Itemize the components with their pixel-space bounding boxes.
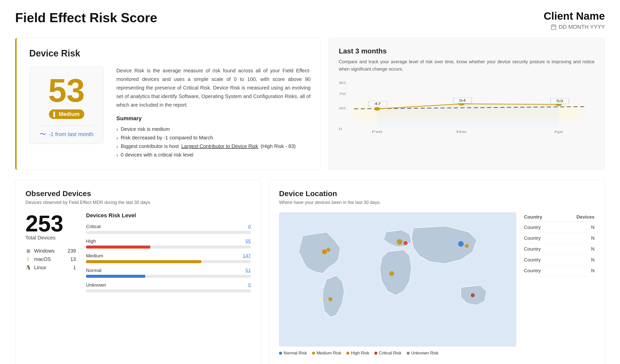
legend-item: Unknown Risk bbox=[407, 351, 439, 356]
risk-label: High bbox=[86, 238, 96, 244]
chart-title: Last 3 months bbox=[339, 47, 595, 55]
country-cell: Country bbox=[524, 255, 559, 265]
devices-cell: N bbox=[559, 244, 595, 255]
devices-cell: N bbox=[559, 255, 595, 265]
chart-subtitle: Compare and track your average level of … bbox=[339, 58, 595, 73]
legend-label: Medium Risk bbox=[317, 351, 341, 356]
legend-item: High Risk bbox=[346, 351, 369, 356]
high-risk-row: High 55 bbox=[86, 238, 251, 249]
risk-bar-track bbox=[86, 275, 251, 278]
svg-point-24 bbox=[404, 241, 408, 245]
device-location-card: Device Location Where have your devices … bbox=[269, 180, 605, 364]
badge-label: Medium bbox=[59, 111, 79, 117]
country-cell: Country bbox=[524, 244, 559, 255]
svg-point-30 bbox=[471, 293, 475, 297]
risk-bar-track bbox=[86, 289, 251, 292]
apple-icon:  bbox=[25, 257, 31, 262]
total-label: Total Devices bbox=[25, 235, 76, 241]
svg-point-29 bbox=[389, 271, 394, 276]
risk-label: Critical bbox=[86, 224, 101, 229]
calendar-icon bbox=[551, 24, 557, 30]
svg-point-26 bbox=[326, 248, 330, 252]
risk-bar-track bbox=[86, 260, 251, 263]
client-block: Client Name DD MONTH YYYY bbox=[544, 10, 605, 30]
table-row: Country N bbox=[524, 233, 595, 244]
list-item: Biggest contributor is host Largest Cont… bbox=[116, 142, 311, 151]
device-location-subtitle: Where have your devices been in the last… bbox=[279, 200, 595, 205]
os-name: macOS bbox=[34, 256, 67, 262]
svg-point-28 bbox=[465, 244, 469, 248]
high-bar-fill bbox=[86, 246, 150, 249]
os-count: 13 bbox=[70, 256, 76, 262]
device-risk-title: Device Risk bbox=[29, 48, 311, 59]
high-count: 55 bbox=[245, 238, 251, 244]
device-risk-body: 53 ▌ Medium 〜 -1 from last month Device … bbox=[29, 66, 311, 160]
page-title: Field Effect Risk Score bbox=[15, 10, 157, 25]
map-legend: Normal Risk Medium Risk High Risk Critic… bbox=[279, 351, 516, 356]
score-number: 53 bbox=[40, 74, 93, 107]
svg-point-27 bbox=[458, 241, 464, 247]
windows-icon: ⊞ bbox=[25, 248, 31, 254]
observed-body: 253 Total Devices ⊞ Windows 239  macOS … bbox=[25, 212, 251, 297]
score-box: 53 ▌ Medium 〜 -1 from last month bbox=[29, 66, 104, 144]
list-item: Risk decreased by -1 compared to March bbox=[116, 134, 311, 142]
country-cell: Country bbox=[524, 265, 559, 276]
unknown-risk-dot bbox=[407, 352, 410, 355]
risk-label: Medium bbox=[86, 253, 103, 259]
high-risk-dot bbox=[346, 352, 349, 355]
devices-cell: N bbox=[559, 222, 595, 233]
medium-risk-dot bbox=[312, 352, 315, 355]
country-table-body: Country N Country N Country N Country bbox=[524, 222, 595, 276]
os-count: 239 bbox=[68, 248, 76, 254]
risk-bar-track bbox=[86, 231, 251, 234]
legend-item: Critical Risk bbox=[374, 351, 402, 356]
location-body: Normal Risk Medium Risk High Risk Critic… bbox=[279, 212, 595, 356]
legend-item: Normal Risk bbox=[279, 351, 307, 356]
observed-devices-card: Observed Devices Devices observed by Fie… bbox=[15, 180, 261, 364]
critical-risk-row: Critical 0 bbox=[86, 224, 251, 234]
map-container: Normal Risk Medium Risk High Risk Critic… bbox=[279, 212, 516, 356]
svg-text:0: 0 bbox=[339, 127, 342, 131]
svg-text:Mar: Mar bbox=[456, 130, 467, 134]
world-map-svg bbox=[279, 212, 516, 347]
os-count: 1 bbox=[73, 265, 76, 270]
list-item: Device risk is medium bbox=[116, 125, 311, 134]
os-name: Linux bbox=[34, 265, 70, 270]
normal-risk-row: Normal 51 bbox=[86, 268, 251, 278]
description-text: Device Risk is the average measure of ri… bbox=[116, 66, 311, 109]
map-svg-wrapper bbox=[279, 212, 516, 348]
unknown-count: 0 bbox=[248, 282, 251, 288]
medium-count: 147 bbox=[243, 253, 251, 259]
trend-down-icon: 〜 bbox=[40, 130, 46, 139]
country-cell: Country bbox=[524, 222, 559, 233]
observed-devices-subtitle: Devices observed by Field Effect MDR dur… bbox=[25, 200, 251, 205]
medium-bar-fill bbox=[86, 260, 201, 263]
normal-count: 51 bbox=[245, 268, 251, 273]
medium-risk-row: Medium 147 bbox=[86, 253, 251, 263]
svg-rect-0 bbox=[551, 25, 556, 29]
client-date-text: DD MONTH YYYY bbox=[559, 24, 605, 30]
svg-text:70: 70 bbox=[339, 92, 346, 96]
summary-list: Device risk is medium Risk decreased by … bbox=[116, 125, 311, 160]
list-item: ⊞ Windows 239 bbox=[25, 247, 76, 255]
normal-bar-fill bbox=[86, 275, 145, 278]
risk-label: Normal bbox=[86, 268, 101, 273]
summary-title: Summary bbox=[116, 115, 311, 122]
client-date: DD MONTH YYYY bbox=[544, 24, 605, 30]
chart-card: Last 3 months Compare and track your ave… bbox=[328, 38, 605, 170]
country-table-box: Country Devices Country N Country N bbox=[524, 212, 595, 276]
normal-risk-dot bbox=[279, 352, 282, 355]
total-number: 253 bbox=[25, 212, 76, 235]
svg-text:90: 90 bbox=[339, 81, 346, 84]
linux-icon: 🐧 bbox=[25, 265, 31, 270]
observed-devices-title: Observed Devices bbox=[25, 189, 251, 198]
svg-point-25 bbox=[322, 249, 327, 254]
chart-svg: 90 70 40 0 bbox=[339, 79, 595, 134]
legend-label: Normal Risk bbox=[284, 351, 307, 356]
risk-bar-track bbox=[86, 246, 251, 249]
contributor-link[interactable]: Largest Contributor to Device Risk bbox=[181, 143, 258, 149]
country-col-header: Country bbox=[524, 212, 559, 222]
risk-level-title: Devices Risk Level bbox=[86, 212, 251, 219]
country-table: Country Devices Country N Country N bbox=[524, 212, 595, 276]
os-list: ⊞ Windows 239  macOS 13 🐧 Linux 1 bbox=[25, 247, 76, 272]
